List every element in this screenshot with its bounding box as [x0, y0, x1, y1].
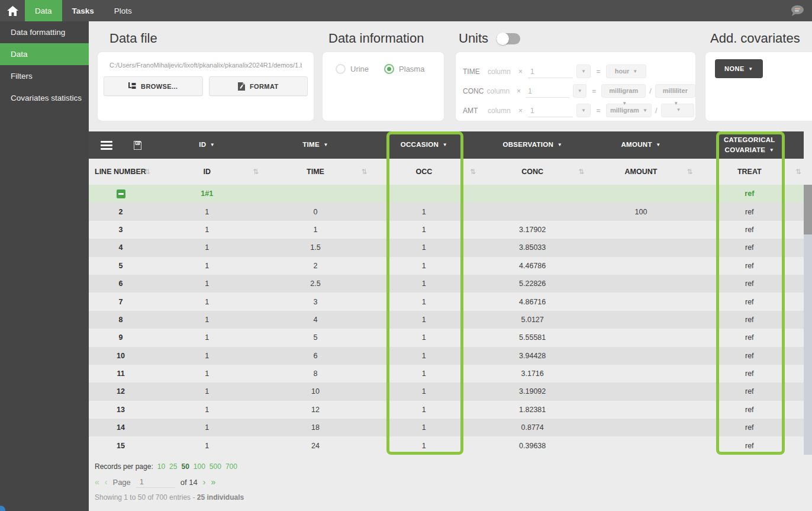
cell-treat: ref: [695, 316, 804, 324]
table-menu-icon[interactable]: [101, 139, 112, 152]
tab-tasks[interactable]: Tasks: [62, 0, 104, 21]
radio-circle-urine[interactable]: [336, 64, 346, 74]
unit-factor-input[interactable]: 1: [528, 65, 573, 78]
records-option-25[interactable]: 25: [169, 462, 177, 471]
radio-plasma[interactable]: Plasma: [384, 64, 424, 74]
column-type-occasion[interactable]: OCCASION ▼: [370, 135, 478, 156]
column-type-amount[interactable]: AMOUNT ▼: [587, 135, 695, 156]
table-row[interactable]: 2101100ref: [89, 203, 804, 220]
cell-treat: ref: [695, 406, 804, 414]
table-row[interactable]: 1211013.19092ref: [89, 383, 804, 400]
page-number-input[interactable]: [136, 476, 175, 488]
column-type-label: CATEGORICAL COVARIATE ▼: [716, 135, 782, 156]
column-type-categorical-covariate[interactable]: CATEGORICAL COVARIATE ▼: [695, 135, 804, 156]
unit-dropdown-amt[interactable]: milligram ▼: [606, 104, 652, 117]
unit-factor-input[interactable]: 1: [528, 104, 573, 117]
data-file-path: C:/Users/FranoMihaljevic/lixoft/pkanalix…: [109, 62, 302, 69]
sort-icon[interactable]: ⇅: [144, 168, 150, 176]
column-type-observation[interactable]: OBSERVATION ▼: [478, 135, 587, 156]
tab-plots[interactable]: Plots: [104, 0, 142, 21]
unit-row-label: CONC: [463, 87, 487, 95]
cell-treat: ref: [695, 243, 804, 252]
cell-id: 1: [153, 279, 261, 288]
table-row[interactable]: 1512410.39638ref: [89, 436, 804, 454]
unit-factor-input[interactable]: 1: [526, 85, 569, 98]
cell-id: 1: [153, 208, 261, 216]
sort-icon[interactable]: ⇅: [795, 168, 801, 176]
sort-icon[interactable]: ⇅: [578, 168, 584, 176]
cell-time: 0: [261, 208, 369, 216]
chevron-down-icon: ▼: [769, 147, 774, 153]
cell-occ: 1: [370, 369, 478, 378]
browse-button[interactable]: BROWSE...: [104, 76, 203, 96]
collapse-group-icon[interactable]: [117, 189, 125, 198]
cell-id: 1: [153, 387, 261, 396]
column-type-id[interactable]: ID ▼: [153, 135, 261, 156]
cell-line-number: 9: [89, 333, 153, 342]
cell-occ: 1: [370, 352, 478, 360]
table-scrollbar[interactable]: [804, 185, 812, 455]
table-scrollbar-thumb[interactable]: [804, 185, 812, 234]
unit-dropdown-time[interactable]: hour ▼: [606, 65, 646, 78]
first-page-button[interactable]: «: [95, 477, 99, 487]
table-row[interactable]: 91515.55581ref: [89, 329, 804, 346]
cell-occ: 1: [370, 442, 478, 450]
sidebar-item-covariates-statistics[interactable]: Covariates statistics: [0, 87, 89, 109]
chat-icon[interactable]: [790, 5, 805, 17]
format-button[interactable]: FORMAT: [209, 76, 308, 96]
add-covariates-title: Add. covariates: [710, 31, 800, 46]
records-option-500[interactable]: 500: [210, 462, 221, 471]
sidebar-item-data-formatting[interactable]: Data formatting: [0, 21, 89, 43]
multiply-sign: ×: [518, 107, 528, 115]
unit-denominator-dropdown-conc[interactable]: milliliter ▼: [655, 84, 695, 98]
table-row[interactable]: 31113.17902ref: [89, 221, 804, 239]
table-row[interactable]: 101613.94428ref: [89, 347, 804, 365]
radio-label-plasma: Plasma: [399, 65, 424, 73]
table-row[interactable]: 1311211.82381ref: [89, 401, 804, 419]
cell-line-number: 15: [89, 442, 153, 450]
unit-column-placeholder: column: [487, 87, 517, 95]
records-option-10[interactable]: 10: [157, 462, 165, 471]
table-row[interactable]: 1411810.8774ref: [89, 419, 804, 436]
cell-conc: 0.39638: [478, 442, 587, 450]
covariates-none-dropdown[interactable]: NONE ▼: [715, 59, 763, 78]
records-option-100[interactable]: 100: [194, 462, 205, 471]
cell-occ: 1: [370, 298, 478, 306]
radio-urine[interactable]: Urine: [336, 64, 369, 74]
table-group-row[interactable]: 1#1ref: [89, 185, 804, 203]
unit-column-dropdown[interactable]: ▼: [573, 84, 587, 98]
column-type-time[interactable]: TIME ▼: [261, 135, 369, 156]
unit-column-dropdown[interactable]: ▼: [576, 65, 591, 78]
nav-tabs: DataTasksPlots: [25, 0, 142, 21]
unit-dropdown-conc[interactable]: milligram ▼: [601, 84, 646, 98]
table-row[interactable]: 81415.0127ref: [89, 311, 804, 329]
sort-icon[interactable]: ⇅: [687, 168, 693, 176]
sidebar-item-filters[interactable]: Filters: [0, 65, 89, 87]
table-row[interactable]: 411.513.85033ref: [89, 239, 804, 256]
table-row[interactable]: 51214.46786ref: [89, 257, 804, 275]
sort-icon[interactable]: ⇅: [362, 168, 368, 176]
table-row[interactable]: 612.515.22826ref: [89, 275, 804, 293]
cell-id: 1: [153, 333, 261, 342]
save-icon[interactable]: [134, 141, 141, 150]
records-option-50[interactable]: 50: [181, 462, 189, 471]
table-row[interactable]: 71314.86716ref: [89, 293, 804, 310]
radio-circle-plasma[interactable]: [384, 64, 394, 74]
unit-column-dropdown[interactable]: ▼: [576, 104, 591, 117]
sort-icon[interactable]: ⇅: [253, 168, 259, 176]
home-icon[interactable]: [0, 0, 25, 21]
prev-page-button[interactable]: ‹: [105, 477, 108, 487]
table-row[interactable]: 111813.1716ref: [89, 365, 804, 383]
next-page-button[interactable]: ›: [203, 477, 206, 487]
records-option-700[interactable]: 700: [225, 462, 237, 471]
column-header-treat: TREAT⇅: [695, 168, 804, 176]
column-header-label: LINE NUMBER: [95, 168, 146, 176]
cell-treat: ref: [695, 298, 804, 306]
tab-data[interactable]: Data: [25, 0, 62, 21]
units-toggle[interactable]: [497, 33, 520, 44]
cell-occ: 1: [370, 387, 478, 396]
sidebar-item-data[interactable]: Data: [0, 43, 89, 65]
column-header-line-number: LINE NUMBER⇅: [89, 168, 153, 176]
last-page-button[interactable]: »: [211, 477, 215, 487]
sort-icon[interactable]: ⇅: [470, 168, 476, 176]
